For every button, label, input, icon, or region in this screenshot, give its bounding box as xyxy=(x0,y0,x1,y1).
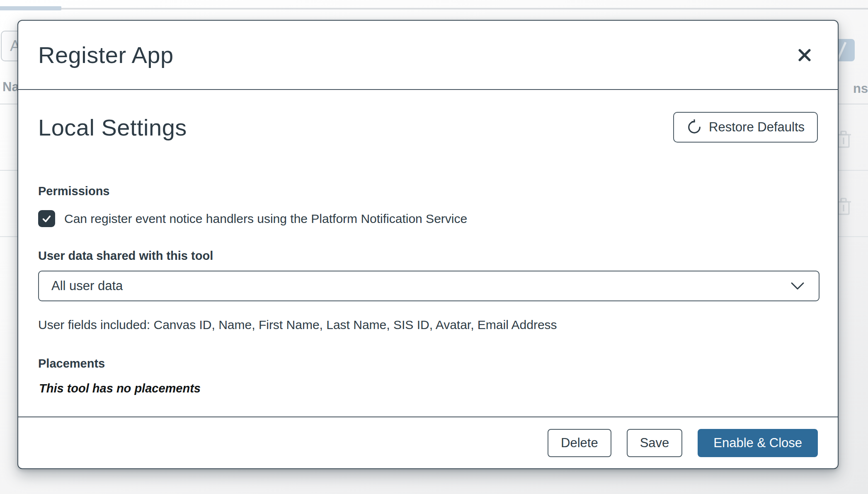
permission-row: Can register event notice handlers using… xyxy=(38,210,467,227)
permissions-checkbox[interactable] xyxy=(38,210,55,227)
placements-label: Placements xyxy=(38,357,105,370)
user-data-label: User data shared with this tool xyxy=(38,249,213,263)
restore-defaults-button[interactable]: Restore Defaults xyxy=(673,112,818,143)
delete-button[interactable]: Delete xyxy=(548,429,611,457)
save-button[interactable]: Save xyxy=(627,429,683,457)
modal-body: Local Settings Restore Defaults Permissi… xyxy=(18,91,838,416)
permissions-label: Permissions xyxy=(38,184,109,198)
local-settings-title: Local Settings xyxy=(38,114,187,141)
placements-empty-text: This tool has no placements xyxy=(39,382,201,395)
user-data-select[interactable]: All user data xyxy=(38,271,820,301)
modal-footer: Delete Save Enable & Close xyxy=(18,417,838,468)
enable-and-close-button[interactable]: Enable & Close xyxy=(698,429,818,457)
active-tab-fragment xyxy=(0,6,61,10)
permissions-checkbox-label: Can register event notice handlers using… xyxy=(64,212,467,226)
checkmark-icon xyxy=(41,213,52,224)
restore-defaults-label: Restore Defaults xyxy=(709,120,805,135)
tabbar-border xyxy=(61,8,868,10)
chevron-down-icon xyxy=(790,281,805,291)
table-header-actions-partial: ns xyxy=(853,81,868,96)
close-icon xyxy=(796,47,813,63)
close-button[interactable] xyxy=(793,44,816,67)
reset-icon xyxy=(686,119,702,135)
modal-header: Register App xyxy=(18,21,838,90)
register-app-modal: Register App Local Settings Restore xyxy=(17,20,839,469)
user-fields-help-text: User fields included: Canvas ID, Name, F… xyxy=(38,318,557,332)
modal-title: Register App xyxy=(38,41,174,68)
table-header-name-partial: Na xyxy=(2,80,19,94)
user-data-select-value: All user data xyxy=(51,278,123,293)
